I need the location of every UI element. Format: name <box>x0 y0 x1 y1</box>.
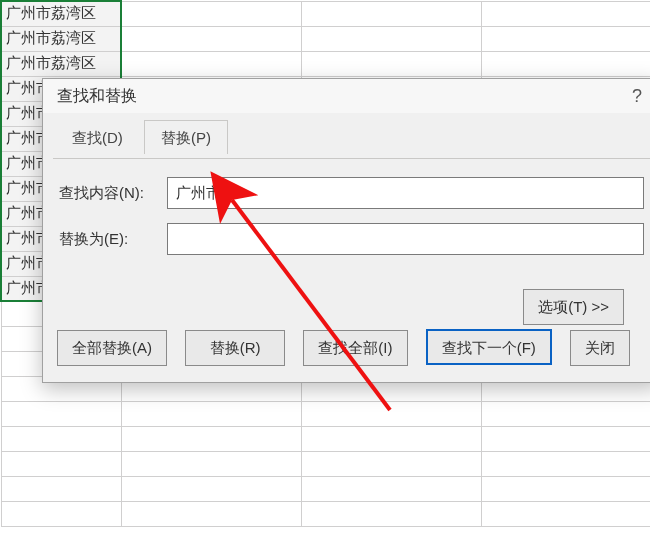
replace-button[interactable]: 替换(R) <box>185 330 285 366</box>
cell[interactable]: 广州市荔湾区 <box>1 1 121 26</box>
dialog-buttons: 全部替换(A) 替换(R) 查找全部(I) 查找下一个(F) 关闭 <box>57 329 650 366</box>
tab-bar: 查找(D) 替换(P) <box>43 113 650 159</box>
close-button[interactable]: 关闭 <box>570 330 630 366</box>
options-button[interactable]: 选项(T) >> <box>523 289 624 325</box>
find-next-button[interactable]: 查找下一个(F) <box>426 329 552 365</box>
cell-text: 广州市荔 <box>6 4 66 21</box>
dialog-body: 查找内容(N): 广州市 替换为(E): 选项(T) >> <box>43 159 650 325</box>
help-button[interactable]: ? <box>632 79 642 113</box>
find-label: 查找内容(N): <box>59 184 167 203</box>
cell[interactable]: 广州市荔湾区 <box>1 26 121 51</box>
cell-text: 广州市荔 <box>6 29 66 46</box>
replace-input[interactable] <box>167 223 644 255</box>
tab-find[interactable]: 查找(D) <box>55 120 140 154</box>
cell-text: 广州市荔 <box>6 54 66 71</box>
cell[interactable] <box>121 1 301 26</box>
dialog-titlebar[interactable]: 查找和替换 ? <box>43 79 650 113</box>
replace-all-button[interactable]: 全部替换(A) <box>57 330 167 366</box>
find-replace-dialog: 查找和替换 ? 查找(D) 替换(P) 查找内容(N): 广州市 替换为(E):… <box>42 78 650 383</box>
replace-label: 替换为(E): <box>59 230 167 249</box>
find-input[interactable]: 广州市 <box>167 177 644 209</box>
dialog-title: 查找和替换 <box>57 87 137 104</box>
find-all-button[interactable]: 查找全部(I) <box>303 330 407 366</box>
cell[interactable]: 广州市荔湾区 <box>1 51 121 76</box>
tab-replace[interactable]: 替换(P) <box>144 120 228 154</box>
